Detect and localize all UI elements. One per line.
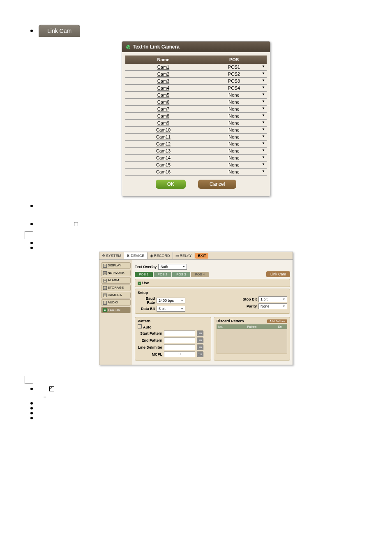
pos-select[interactable]: None [201,127,267,134]
pos-select[interactable]: None [201,99,267,106]
pos-select[interactable]: None [201,92,267,99]
bullet-icon [30,412,33,414]
bullet-icon [30,30,33,32]
dialog-title: Text-In Link Camera [122,42,270,52]
pos-select[interactable]: None [201,113,267,120]
table-row: Cam11None [125,134,267,141]
keyboard-icon[interactable]: ⌨ [197,331,203,336]
sidebar-storage[interactable]: ⊞STORAGE [101,284,131,291]
pos-select[interactable]: None [201,162,267,169]
tab-device[interactable]: ✖ DEVICE [124,252,148,259]
table-row: Cam4POS4 [125,85,267,92]
camera-name[interactable]: Cam7 [125,106,201,113]
camera-name[interactable]: Cam13 [125,148,201,155]
sidebar-text-in[interactable]: ■TEXT-IN [101,307,131,313]
ok-button[interactable]: OK [156,180,186,189]
link-cam-button-inner[interactable]: Link Cam [266,271,290,277]
camera-name[interactable]: Cam1 [125,64,201,71]
table-row: Cam12None [125,141,267,148]
start-pattern-input[interactable] [164,331,195,336]
parity-select[interactable]: None [258,303,287,309]
pos-select[interactable]: None [201,120,267,127]
pos-select[interactable]: None [201,148,267,155]
pos-select[interactable]: None [201,169,267,176]
table-row: Cam9None [125,120,267,127]
section-box [25,376,33,384]
sidebar-camera[interactable]: □CAMERA [101,292,131,298]
mcpl-input[interactable]: 0 [164,352,195,357]
camera-name[interactable]: Cam6 [125,99,201,106]
bullet-icon [30,205,33,207]
table-row: Cam13None [125,148,267,155]
link-camera-table: Name POS Cam1POS1Cam2POS2Cam3POS3Cam4POS… [125,56,267,176]
tab-record[interactable]: ◉ RECORD [148,252,173,259]
add-pattern-button[interactable]: Add Pattern [267,319,287,323]
text-in-link-camera-dialog: Text-In Link Camera Name POS Cam1POS1Cam… [122,41,270,197]
pos2-tab[interactable]: POS 2 [154,272,172,277]
camera-name[interactable]: Cam8 [125,113,201,120]
table-row: Cam14None [125,155,267,162]
data-bit-select[interactable]: 5 bit [157,306,185,312]
camera-name[interactable]: Cam15 [125,162,201,169]
keyboard-icon[interactable]: ⌨ [197,338,203,343]
table-row: Cam3POS3 [125,78,267,85]
pos3-tab[interactable]: POS 3 [172,272,190,277]
sidebar-network[interactable]: ⊞NETWORK [101,270,131,276]
stop-bit-select[interactable]: 1 bit [258,296,287,302]
sidebar-alarm[interactable]: ⊞ALARM [101,277,131,284]
pos1-tab[interactable]: POS 1 [135,272,153,277]
checkbox-icon [74,222,78,226]
exit-button[interactable]: EXIT [195,253,208,259]
camera-name[interactable]: Cam11 [125,134,201,141]
baud-rate-label: Baud Rate [138,296,155,305]
section-box [25,231,33,239]
pos-select[interactable]: None [201,106,267,113]
pos-select[interactable]: None [201,134,267,141]
table-row: Cam5None [125,92,267,99]
keyboard-icon[interactable]: ⌨ [197,345,203,350]
pos-select[interactable]: POS3 [201,78,267,85]
tab-system[interactable]: ⚙ SYSTEM [99,252,124,259]
discard-pattern-header: No. Pattern Del [217,324,287,329]
end-pattern-input[interactable] [164,338,195,343]
use-checkbox[interactable]: ✓ [138,282,141,285]
camera-name[interactable]: Cam5 [125,92,201,99]
table-row: Cam2POS2 [125,71,267,78]
camera-name[interactable]: Cam3 [125,78,201,85]
sidebar-audio[interactable]: □AUDIO [101,299,131,306]
camera-name[interactable]: Cam2 [125,71,201,78]
cancel-button[interactable]: Cancel [198,180,236,189]
pos-select[interactable]: POS4 [201,85,267,92]
camera-name[interactable]: Cam12 [125,141,201,148]
pos4-tab[interactable]: POS 4 [191,272,209,277]
table-row: Cam6None [125,99,267,106]
camera-name[interactable]: Cam4 [125,85,201,92]
bullet-icon [30,223,33,225]
camera-name[interactable]: Cam10 [125,127,201,134]
line-delimiter-input[interactable] [164,345,195,350]
auto-label: Auto [143,325,152,329]
line-delimiter-label: Line Delimiter [138,345,162,349]
camera-name[interactable]: Cam9 [125,120,201,127]
sidebar: ⊞DISPLAY ⊞NETWORK ⊞ALARM ⊞STORAGE □CAMER… [99,260,132,365]
data-bit-label: Data Bit [138,307,155,311]
pos-select[interactable]: None [201,141,267,148]
sidebar-display[interactable]: ⊞DISPLAY [101,262,131,269]
camera-name[interactable]: Cam16 [125,169,201,176]
text-overlay-select[interactable]: Both [158,264,187,270]
tab-relay[interactable]: ▭ RELAY [173,252,195,259]
pos-select[interactable]: POS2 [201,71,267,78]
link-cam-button[interactable]: Link Cam [39,25,80,37]
auto-checkbox[interactable] [138,324,142,328]
numpad-icon[interactable]: 123 [197,352,203,357]
pos-select[interactable]: POS1 [201,64,267,71]
bullet-icon [30,247,33,249]
pos-select[interactable]: None [201,155,267,162]
bullet-icon [30,388,33,390]
bullet-icon [30,402,33,405]
baud-rate-select[interactable]: 2400 bps [157,298,185,303]
stop-bit-label: Stop Bit [240,297,257,301]
table-row: Cam10None [125,127,267,134]
camera-name[interactable]: Cam14 [125,155,201,162]
config-window: ⚙ SYSTEM ✖ DEVICE ◉ RECORD ▭ RELAY EXIT … [99,252,293,365]
